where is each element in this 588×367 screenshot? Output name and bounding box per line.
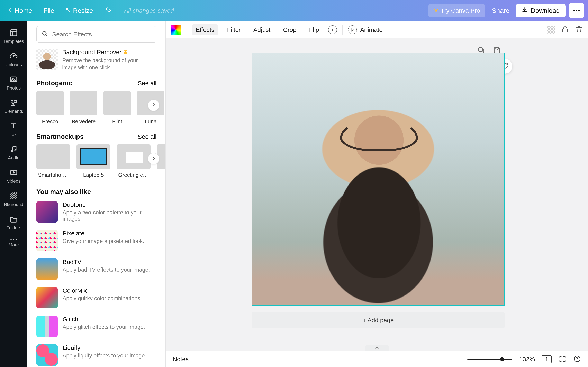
templates-icon [10, 29, 18, 37]
rail-elements-label: Elements [4, 109, 23, 114]
resize-button[interactable]: Resize [63, 5, 96, 16]
notes-button[interactable]: Notes [173, 356, 188, 363]
rail-folders-label: Folders [6, 225, 21, 231]
effect-desc: Apply quirky color combinations. [63, 295, 142, 302]
rail-photos[interactable]: Photos [0, 72, 27, 94]
rail-folders[interactable]: Folders [0, 211, 27, 233]
dots-horizontal-icon [573, 9, 580, 12]
add-page-button[interactable]: + Add page [252, 312, 505, 328]
download-button[interactable]: Download [516, 4, 565, 17]
rail-background[interactable]: Bkground [0, 188, 27, 210]
selected-image[interactable] [252, 53, 504, 305]
photogenic-scroll-right[interactable] [148, 100, 159, 111]
tab-effects[interactable]: Effects [192, 24, 218, 35]
animate-icon[interactable] [348, 25, 357, 34]
mockup-label: Laptop 5 [83, 172, 104, 178]
effect-title: Liquify [63, 344, 146, 351]
effect-desc: Apply liquify effects to your image. [63, 352, 146, 359]
save-status: All changes saved [124, 7, 174, 14]
tab-flip[interactable]: Flip [305, 24, 323, 35]
smartmockups-heading: Smartmockups [36, 133, 84, 140]
photogenic-item-flint[interactable]: Flint [103, 91, 131, 125]
smartmockup-item-greetingcard[interactable]: Greeting car… [117, 144, 151, 178]
chevron-up-icon [374, 346, 380, 350]
canvas-page[interactable] [252, 53, 505, 306]
collapse-pages-button[interactable] [365, 345, 389, 351]
photogenic-item-fresco[interactable]: Fresco [36, 91, 64, 125]
undo-icon [104, 7, 111, 15]
uploads-icon [10, 52, 18, 60]
background-remover-title: Background Remover ♛ [62, 49, 148, 56]
lock-button[interactable] [561, 25, 569, 34]
svg-point-13 [16, 239, 17, 240]
background-remover-title-text: Background Remover [62, 49, 121, 56]
rail-elements[interactable]: Elements [0, 95, 27, 117]
animate-button[interactable]: Animate [360, 26, 383, 33]
download-label: Download [531, 7, 560, 15]
search-effects-input[interactable] [52, 31, 151, 38]
effect-colormix[interactable]: ColorMix Apply quirky color combinations… [36, 287, 156, 308]
help-button[interactable] [573, 355, 581, 364]
effect-swatch [36, 201, 58, 223]
search-effects-input-wrap[interactable] [36, 26, 156, 42]
rail-audio-label: Audio [8, 155, 19, 161]
home-button[interactable]: Home [4, 5, 35, 16]
transparency-button[interactable] [547, 26, 555, 34]
fullscreen-button[interactable] [559, 355, 566, 364]
smartmockup-item-smartphone2[interactable]: Smartphone 2 [36, 144, 70, 178]
effect-liquify[interactable]: Liquify Apply liquify effects to your im… [36, 344, 156, 366]
effect-desc: Give your image a pixelated look. [63, 238, 144, 244]
background-icon [10, 192, 18, 200]
rail-uploads[interactable]: Uploads [0, 48, 27, 70]
tab-filter[interactable]: Filter [223, 24, 244, 35]
tab-crop[interactable]: Crop [279, 24, 300, 35]
svg-rect-7 [14, 100, 17, 103]
page-indicator[interactable]: 1 [542, 355, 552, 363]
background-remover-item[interactable]: Background Remover ♛ Remove the backgrou… [36, 49, 156, 71]
share-button[interactable]: Share [489, 5, 512, 17]
try-canva-pro-button[interactable]: ♛ Try Canva Pro [428, 4, 485, 17]
editor-area: Effects Filter Adjust Crop Flip i Animat… [166, 21, 588, 367]
more-menu-button[interactable] [569, 3, 584, 18]
smartmockup-item-laptop5[interactable]: Laptop 5 [77, 144, 111, 178]
color-picker-button[interactable] [170, 25, 181, 35]
mockup-label: Greeting car… [118, 172, 149, 178]
image-toolbar: Effects Filter Adjust Crop Flip i Animat… [166, 21, 588, 38]
file-menu[interactable]: File [41, 5, 57, 16]
zoom-slider[interactable] [467, 359, 512, 360]
rail-templates[interactable]: Templates [0, 25, 27, 47]
effect-thumb [103, 91, 131, 116]
photogenic-item-belvedere[interactable]: Belvedere [70, 91, 97, 125]
svg-rect-16 [478, 48, 482, 51]
rail-more[interactable]: More [0, 234, 27, 250]
effect-text: Pixelate Give your image a pixelated loo… [63, 230, 144, 244]
rail-videos[interactable]: Videos [0, 165, 27, 187]
tab-adjust[interactable]: Adjust [250, 24, 274, 35]
effect-swatch [36, 259, 58, 280]
smartmockups-see-all[interactable]: See all [138, 133, 156, 140]
rail-audio[interactable]: Audio [0, 142, 27, 163]
chevron-right-icon [151, 103, 156, 108]
photogenic-heading: Photogenic [36, 79, 72, 87]
mockup-label: Smartphone 2 [38, 172, 69, 178]
chevron-left-icon [7, 7, 13, 15]
info-button[interactable]: i [328, 25, 337, 34]
download-icon [522, 7, 528, 15]
canvas-viewport[interactable]: + Add page [166, 38, 588, 351]
photogenic-see-all[interactable]: See all [138, 80, 156, 87]
zoom-slider-knob[interactable] [500, 357, 504, 361]
delete-button[interactable] [575, 25, 583, 34]
effect-desc: Apply glitch effects to your image. [63, 324, 145, 330]
svg-point-11 [10, 239, 12, 240]
audio-icon [10, 145, 18, 153]
rail-text[interactable]: Text [0, 118, 27, 140]
effect-badtv[interactable]: BadTV Apply bad TV effects to your image… [36, 259, 156, 280]
smartmockups-scroll-right[interactable] [148, 153, 159, 165]
smartmockups-row: Smartphone 2 Laptop 5 Greeting car… Fran [36, 144, 156, 178]
effect-glitch[interactable]: Glitch Apply glitch effects to your imag… [36, 316, 156, 337]
zoom-percent[interactable]: 132% [519, 356, 535, 363]
top-bar: Home File Resize All changes saved ♛ Try… [0, 0, 588, 21]
undo-button[interactable] [102, 5, 114, 17]
effect-duotone[interactable]: Duotone Apply a two-color palette to you… [36, 201, 156, 223]
effect-pixelate[interactable]: Pixelate Give your image a pixelated loo… [36, 230, 156, 251]
